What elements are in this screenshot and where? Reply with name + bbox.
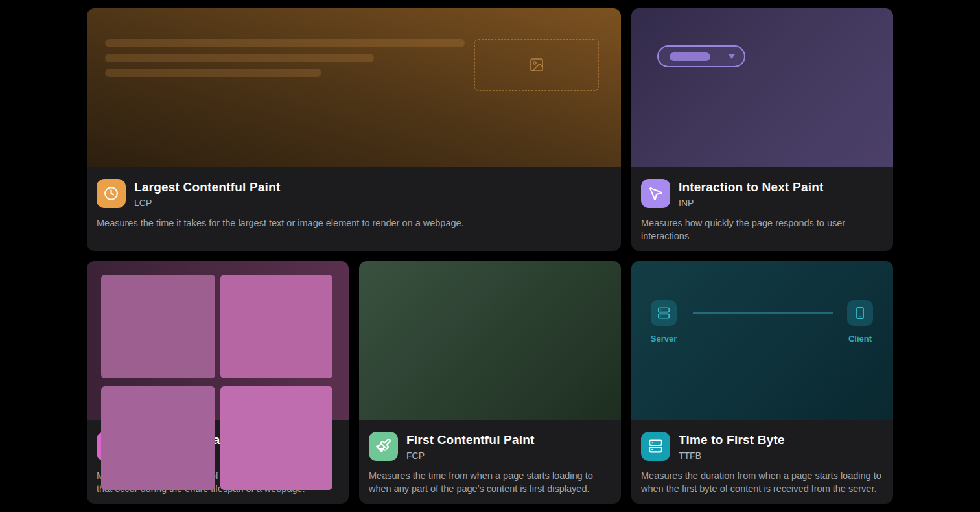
- dropdown-illustration: [657, 45, 745, 67]
- fcp-illustration: [359, 261, 621, 420]
- paintbrush-icon: [369, 432, 398, 461]
- card-description: Measures the time it takes for the large…: [97, 216, 611, 229]
- skeleton-line: [105, 39, 465, 47]
- image-placeholder-box: [474, 39, 599, 91]
- metric-card-lcp[interactable]: Largest Contentful Paint LCP Measures th…: [87, 8, 621, 251]
- card-abbr: INP: [679, 198, 824, 208]
- skeleton-line: [105, 54, 374, 62]
- smartphone-icon: [847, 300, 873, 326]
- card-description: Measures the time from when a page start…: [369, 469, 611, 496]
- metric-card-inp[interactable]: Interaction to Next Paint INP Measures h…: [631, 8, 893, 251]
- card-title: Interaction to Next Paint: [679, 179, 824, 194]
- clock-icon: [97, 179, 126, 208]
- client-label: Client: [848, 334, 872, 343]
- card-title: Time to First Byte: [679, 432, 785, 447]
- card-description: Measures how quickly the page responds t…: [641, 216, 883, 243]
- skeleton-text-lines: [105, 39, 465, 77]
- layout-tile: [220, 275, 332, 378]
- card-title: First Contentful Paint: [406, 432, 535, 447]
- ttfb-illustration: Server Client: [631, 261, 893, 420]
- ttfb-card-footer: Time to First Byte TTFB Measures the dur…: [631, 420, 893, 504]
- skeleton-line: [105, 69, 321, 77]
- metric-card-ttfb[interactable]: Server Client: [631, 261, 893, 504]
- metrics-grid: Largest Contentful Paint LCP Measures th…: [87, 8, 893, 504]
- server-node: Server: [644, 300, 683, 343]
- chevron-down-icon: [729, 54, 735, 59]
- metric-card-cls[interactable]: Cumulative Layout Shift CLS Measures the…: [87, 261, 349, 504]
- fcp-card-footer: First Contentful Paint FCP Measures the …: [359, 420, 621, 504]
- card-abbr: LCP: [134, 198, 280, 208]
- metric-card-fcp[interactable]: First Contentful Paint FCP Measures the …: [359, 261, 621, 504]
- cursor-icon: [641, 179, 670, 208]
- image-placeholder-icon: [529, 57, 544, 73]
- cls-illustration: [87, 261, 349, 420]
- server-label: Server: [651, 334, 677, 343]
- inp-illustration: [631, 8, 893, 167]
- server-node-icon: [651, 300, 677, 326]
- layout-tile: [220, 386, 332, 490]
- card-description: Measures the duration from when a page s…: [641, 469, 883, 496]
- layout-tiles: [101, 275, 332, 490]
- card-abbr: TTFB: [679, 450, 785, 461]
- lcp-illustration: [87, 8, 621, 167]
- card-abbr: FCP: [406, 450, 535, 461]
- inp-card-footer: Interaction to Next Paint INP Measures h…: [631, 167, 893, 251]
- server-icon: [641, 432, 670, 461]
- card-title: Largest Contentful Paint: [134, 179, 280, 194]
- layout-tile: [101, 386, 215, 490]
- lcp-card-footer: Largest Contentful Paint LCP Measures th…: [87, 167, 621, 251]
- server-client-connector-line: [693, 312, 833, 314]
- layout-tile: [101, 275, 215, 378]
- dropdown-value-placeholder: [670, 52, 710, 61]
- client-node: Client: [841, 300, 880, 343]
